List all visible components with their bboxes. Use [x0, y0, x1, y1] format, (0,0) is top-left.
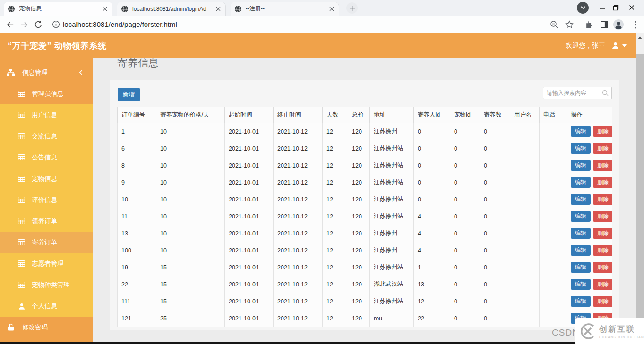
- delete-button[interactable]: 删除: [593, 194, 612, 205]
- table-cell-actions: 编辑删除: [567, 157, 612, 174]
- sidebar-item-review-info[interactable]: 评价信息: [0, 189, 93, 210]
- sidebar-item-notice-info[interactable]: 公告信息: [0, 147, 93, 168]
- menu-kebab-button[interactable]: [629, 18, 642, 31]
- sidebar-item-foster-orders[interactable]: 寄养订单: [0, 232, 93, 253]
- edit-button[interactable]: 编辑: [571, 296, 591, 307]
- delete-button[interactable]: 删除: [593, 245, 612, 256]
- table-cell: 0: [480, 174, 510, 191]
- table-cell-actions: 编辑删除: [567, 123, 612, 140]
- scrollbar-thumb[interactable]: [636, 54, 644, 329]
- edit-button[interactable]: 编辑: [571, 126, 591, 137]
- page-scrollbar[interactable]: [636, 33, 644, 342]
- minimize-icon: [600, 5, 605, 10]
- watermark-box: 创新互联 CHUANG XIN HU LIAN: [575, 318, 644, 344]
- table-row: 121252021-10-012021-10-1212120rou2200编辑删…: [118, 310, 612, 327]
- delete-button[interactable]: 删除: [593, 211, 612, 222]
- table-cell-actions: 编辑删除: [567, 140, 612, 157]
- search-input[interactable]: [543, 90, 602, 96]
- delete-button[interactable]: 删除: [593, 279, 612, 290]
- table-cell: 0: [480, 208, 510, 225]
- sidebar-item-admin-info[interactable]: 管理员信息: [0, 83, 93, 104]
- side-panel-button[interactable]: [598, 18, 610, 31]
- table-cell: 22: [414, 310, 450, 327]
- edit-button[interactable]: 编辑: [571, 228, 591, 239]
- browser-tab[interactable]: localhost:8081/admin/loginAd: [117, 2, 226, 16]
- table-cell: 0: [414, 157, 450, 174]
- tab-title: localhost:8081/admin/loginAd: [132, 6, 214, 12]
- table-cell: 15: [156, 293, 225, 310]
- delete-button[interactable]: 删除: [593, 160, 612, 171]
- delete-button[interactable]: 删除: [593, 126, 612, 137]
- site-info-icon[interactable]: [52, 20, 60, 28]
- tab-close-button[interactable]: [327, 5, 335, 13]
- table-cell: 10: [156, 140, 225, 157]
- edit-button[interactable]: 编辑: [571, 160, 591, 171]
- window-restore-button[interactable]: [610, 2, 622, 13]
- sidebar-item-pet-info[interactable]: 宠物信息: [0, 168, 93, 189]
- address-bar[interactable]: localhost:8081/end/page/forster.html: [49, 17, 541, 31]
- close-icon: [629, 5, 635, 10]
- sidebar-item-label: 宠物种类管理: [32, 281, 70, 289]
- window-close-button[interactable]: [626, 2, 638, 13]
- sidebar-item-profile[interactable]: 个人信息: [0, 295, 93, 317]
- table-cell: [540, 157, 567, 174]
- scroll-up-icon[interactable]: [638, 36, 642, 39]
- table-cell: 120: [348, 140, 370, 157]
- forward-button[interactable]: [18, 18, 30, 31]
- table-cell: 12: [323, 123, 348, 140]
- table-cell: 0: [480, 123, 510, 140]
- window-minimize-button[interactable]: [596, 2, 609, 13]
- watermark-subtitle: CHUANG XIN HU LIAN: [599, 336, 644, 339]
- tab-close-button[interactable]: [101, 5, 109, 13]
- table-cell: 2021-10-01: [225, 225, 274, 242]
- user-menu[interactable]: [612, 42, 627, 49]
- delete-button[interactable]: 删除: [593, 143, 612, 154]
- table-cell: 2021-10-12: [274, 123, 323, 140]
- table-cell: 0: [450, 140, 480, 157]
- bookmark-star-button[interactable]: [563, 18, 575, 31]
- reload-button[interactable]: [32, 18, 44, 31]
- delete-button[interactable]: 删除: [593, 262, 612, 273]
- table-cell: 0: [414, 174, 450, 191]
- edit-button[interactable]: 编辑: [571, 245, 591, 256]
- watermark-texts: 创新互联 CHUANG XIN HU LIAN: [599, 324, 644, 339]
- edit-button[interactable]: 编辑: [571, 211, 591, 222]
- sidebar-item-exchange-info[interactable]: 交流信息: [0, 126, 93, 147]
- table-cell: 8: [118, 157, 156, 174]
- content-panel: 新增 订单编号寄养宠物的价格/天起始时间终止时间天数总价地址寄养人id宠物id寄…: [110, 80, 619, 330]
- table-cell: 10: [156, 174, 225, 191]
- new-tab-button[interactable]: [346, 2, 358, 14]
- back-button[interactable]: [4, 18, 16, 31]
- sidebar-item-volunteer-management[interactable]: 志愿者管理: [0, 253, 93, 274]
- browser-tab[interactable]: --注册--: [231, 2, 339, 16]
- edit-button[interactable]: 编辑: [571, 262, 591, 273]
- tab-search-button[interactable]: [577, 2, 589, 14]
- table-cell: 1: [414, 259, 450, 276]
- profile-button[interactable]: [612, 18, 625, 31]
- sidebar-item-pet-type-management[interactable]: 宠物种类管理: [0, 274, 93, 295]
- table-cell: 4: [414, 225, 450, 242]
- table-icon: [17, 218, 26, 224]
- browser-toolbar: localhost:8081/end/page/forster.html: [0, 16, 644, 33]
- edit-button[interactable]: 编辑: [571, 143, 591, 154]
- table-icon: [17, 197, 26, 203]
- delete-button[interactable]: 删除: [593, 296, 612, 307]
- table-row: 22152021-10-012021-10-1212120湖北武汉站1300编辑…: [118, 276, 612, 293]
- edit-button[interactable]: 编辑: [571, 279, 591, 290]
- add-button[interactable]: 新增: [118, 88, 140, 101]
- sidebar-item-change-password[interactable]: 修改密码: [0, 317, 93, 338]
- table-cell: [540, 225, 567, 242]
- delete-button[interactable]: 删除: [593, 228, 612, 239]
- delete-button[interactable]: 删除: [593, 177, 612, 188]
- table-row: 6102021-10-012021-10-1212120江苏徐州站000编辑删除: [118, 140, 612, 157]
- edit-button[interactable]: 编辑: [571, 194, 591, 205]
- sidebar-item-adopt-orders[interactable]: 领养订单: [0, 210, 93, 232]
- extensions-button[interactable]: [583, 18, 595, 31]
- tab-close-button[interactable]: [214, 5, 222, 13]
- sidebar-item-info-management[interactable]: 信息管理: [0, 62, 93, 83]
- edit-button[interactable]: 编辑: [571, 177, 591, 188]
- zoom-button[interactable]: [548, 18, 560, 31]
- browser-tab[interactable]: 宠物信息: [4, 2, 112, 16]
- table-cell: [510, 208, 540, 225]
- sidebar-item-user-info[interactable]: 用户信息: [0, 104, 93, 126]
